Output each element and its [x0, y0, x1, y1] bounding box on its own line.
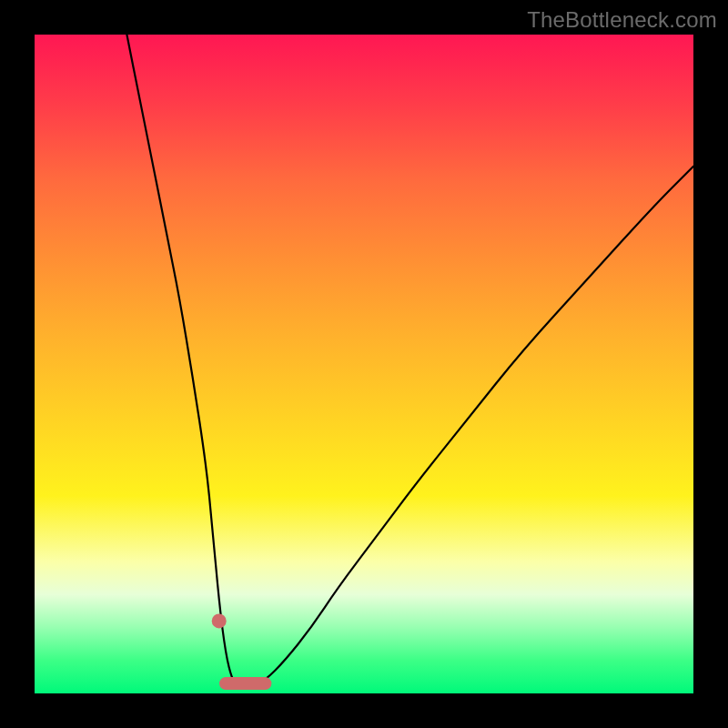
- plot-area: [35, 35, 693, 693]
- marker-dot: [212, 613, 227, 628]
- chart-svg: [35, 35, 693, 693]
- bottleneck-curve: [126, 35, 693, 687]
- watermark-text: TheBottleneck.com: [527, 7, 717, 33]
- chart-frame: TheBottleneck.com: [0, 0, 728, 728]
